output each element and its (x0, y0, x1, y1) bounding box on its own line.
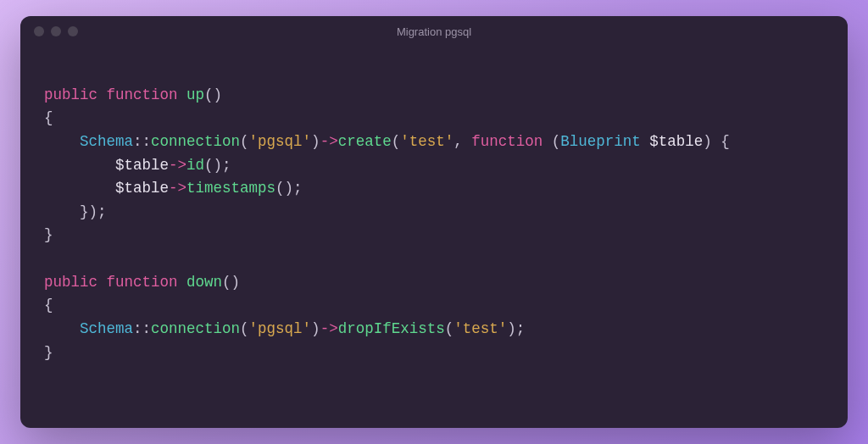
class-schema: Schema (80, 133, 133, 150)
string-test: 'test' (453, 320, 507, 337)
keyword-public: public (44, 274, 97, 291)
paren-close: ) (507, 320, 516, 337)
class-blueprint: Blueprint (560, 133, 641, 150)
paren-open: ( (552, 133, 561, 150)
paren-close: ) (703, 133, 712, 150)
paren-open: ( (392, 133, 401, 150)
param-table: $table (649, 133, 703, 150)
method-id: id (186, 157, 204, 174)
parens: () (204, 157, 222, 174)
semi: ; (222, 157, 231, 174)
function-name-up: up (186, 86, 204, 103)
arrow: -> (320, 133, 338, 150)
parens: () (222, 274, 240, 291)
window-controls (34, 26, 78, 36)
paren-open: ( (240, 133, 249, 150)
arrow: -> (169, 180, 186, 197)
method-connection: connection (151, 320, 240, 337)
keyword-public: public (44, 86, 97, 103)
double-colon: :: (133, 320, 151, 337)
code-line: public function down() (44, 274, 240, 291)
method-dropifexists: dropIfExists (338, 320, 445, 337)
brace-open: { (44, 297, 53, 314)
comma: , (453, 133, 471, 150)
code-line: Schema::connection('pgsql')->dropIfExist… (80, 320, 525, 337)
brace-open: { (44, 109, 53, 126)
semi: ; (293, 180, 303, 197)
parens: () (204, 86, 222, 103)
code-line: $table->id(); (115, 157, 231, 174)
paren-close: ) (311, 133, 320, 150)
brace-close: } (44, 226, 53, 243)
code-line: public function up() (44, 86, 222, 103)
arrow: -> (320, 320, 338, 337)
window-title: Migration pgsql (397, 25, 471, 38)
string-pgsql: 'pgsql' (249, 133, 312, 150)
arrow: -> (169, 157, 186, 174)
var-table: $table (115, 157, 169, 174)
method-connection: connection (151, 133, 240, 150)
paren-open: ( (240, 320, 249, 337)
parens: () (275, 180, 293, 197)
method-timestamps: timestamps (186, 180, 275, 197)
var-table: $table (115, 180, 169, 197)
code-line: $table->timestamps(); (115, 180, 303, 197)
maximize-icon[interactable] (68, 26, 78, 36)
titlebar: Migration pgsql (20, 16, 848, 47)
string-pgsql: 'pgsql' (249, 320, 312, 337)
space (542, 133, 552, 150)
function-name-down: down (186, 274, 222, 291)
code-line: Schema::connection('pgsql')->create('tes… (80, 133, 730, 150)
body-open: { (712, 133, 730, 150)
method-create: create (338, 133, 392, 150)
brace-close: } (44, 344, 53, 361)
closure-close: }); (80, 203, 107, 220)
class-schema: Schema (80, 320, 133, 337)
paren-close: ) (311, 320, 320, 337)
close-icon[interactable] (34, 26, 44, 36)
semi: ; (516, 320, 526, 337)
code-window: Migration pgsql public function up() { S… (20, 16, 848, 428)
code-content: public function up() { Schema::connectio… (20, 47, 848, 378)
double-colon: :: (133, 133, 151, 150)
paren-open: ( (445, 320, 454, 337)
keyword-function: function (107, 274, 178, 291)
keyword-function: function (471, 133, 542, 150)
minimize-icon[interactable] (51, 26, 61, 36)
string-test: 'test' (400, 133, 453, 150)
keyword-function: function (107, 86, 178, 103)
